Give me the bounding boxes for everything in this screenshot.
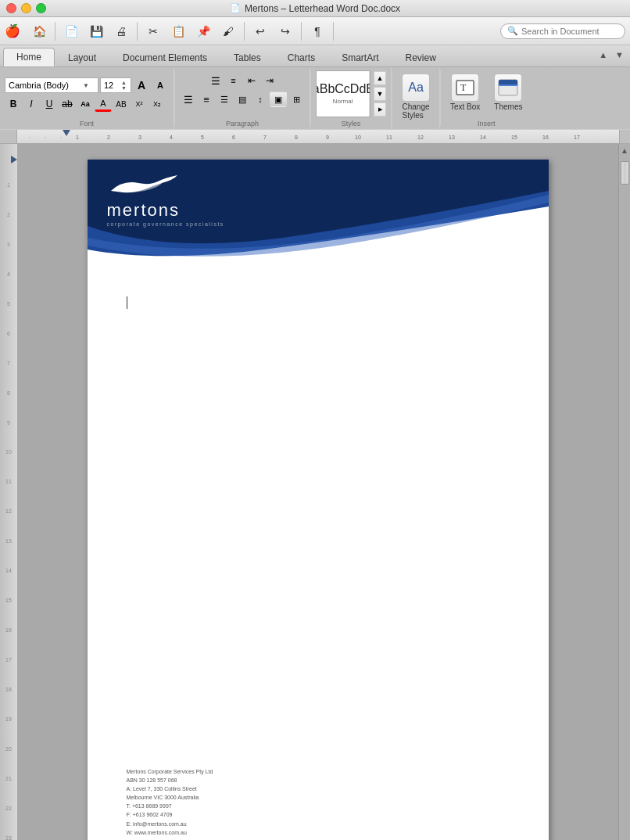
font-size-selector[interactable]: ▲ ▼ bbox=[100, 77, 131, 93]
window-controls[interactable] bbox=[6, 3, 46, 13]
tab-layout[interactable]: Layout bbox=[55, 48, 109, 66]
document-content[interactable] bbox=[88, 273, 549, 742]
align-left-btn[interactable]: ☰ bbox=[180, 92, 197, 107]
tab-bar-controls[interactable]: ▲ ▼ bbox=[596, 48, 627, 61]
italic-btn[interactable]: I bbox=[23, 96, 40, 112]
svg-text:·: · bbox=[60, 135, 62, 140]
save-btn[interactable]: 💾 bbox=[85, 20, 107, 42]
styles-preview-box[interactable]: AaBbCcDdEe Normal bbox=[316, 70, 370, 117]
tab-charts-label: Charts bbox=[288, 52, 315, 63]
tab-tables[interactable]: Tables bbox=[220, 48, 274, 66]
themes-icon bbox=[494, 74, 522, 102]
numbered-list-btn[interactable]: ≡ bbox=[225, 73, 242, 88]
cut-btn[interactable]: ✂ bbox=[142, 20, 164, 42]
highlight-btn[interactable]: AB bbox=[113, 96, 130, 112]
text-color-btn[interactable]: A bbox=[95, 96, 112, 112]
para-mark-btn[interactable]: ¶ bbox=[306, 20, 328, 42]
shading-btn[interactable]: ▣ bbox=[270, 92, 287, 107]
format-btn[interactable]: 🖌 bbox=[217, 20, 239, 42]
change-styles-btn[interactable]: Aa ChangeStyles bbox=[397, 72, 435, 121]
svg-text:10: 10 bbox=[5, 449, 12, 454]
home-btn[interactable]: 🏠 bbox=[28, 20, 50, 42]
tab-review[interactable]: Review bbox=[392, 48, 449, 66]
page-container[interactable]: mertons corporate governance specialists… bbox=[17, 144, 618, 840]
align-right-btn[interactable]: ☰ bbox=[216, 92, 233, 107]
tab-document-elements[interactable]: Document Elements bbox=[109, 48, 220, 66]
styles-scroll-up[interactable]: ▲ bbox=[374, 71, 386, 85]
font-size-input[interactable] bbox=[104, 81, 121, 90]
undo-btn[interactable]: ↩ bbox=[249, 20, 271, 42]
search-input[interactable] bbox=[521, 27, 618, 36]
minimize-button[interactable] bbox=[21, 3, 31, 13]
maximize-button[interactable] bbox=[36, 3, 46, 13]
ribbon-group-styles: AaBbCcDdEe Normal ▲ ▼ ▶ Styles bbox=[311, 67, 392, 129]
vertical-scrollbar[interactable]: ▲ ▼ bbox=[618, 144, 630, 840]
tab-document-elements-label: Document Elements bbox=[123, 52, 207, 63]
svg-text:17: 17 bbox=[5, 657, 12, 662]
strikethrough-btn[interactable]: ab bbox=[59, 96, 76, 112]
tab-charts[interactable]: Charts bbox=[274, 48, 328, 66]
paste-icon: 📌 bbox=[197, 25, 210, 38]
ribbon-group-font: ▼ ▲ ▼ A A B I bbox=[0, 67, 174, 129]
borders-btn[interactable]: ⊞ bbox=[288, 92, 305, 107]
styles-scroll-down[interactable]: ▼ bbox=[374, 87, 386, 101]
redo-btn[interactable]: ↪ bbox=[274, 20, 296, 42]
tab-smartart-label: SmartArt bbox=[342, 52, 378, 63]
outdent-btn[interactable]: ⇤ bbox=[243, 73, 260, 88]
subscript-btn[interactable]: X₂ bbox=[149, 96, 166, 112]
indent-btn[interactable]: ⇥ bbox=[261, 73, 278, 88]
svg-text:10: 10 bbox=[355, 135, 361, 140]
align-center-btn[interactable]: ≡ bbox=[198, 92, 215, 107]
svg-text:12: 12 bbox=[5, 508, 12, 514]
style-normal[interactable]: AaBbCcDdEe Normal bbox=[317, 71, 370, 117]
scroll-thumb[interactable] bbox=[621, 161, 629, 185]
paragraph-group-label: Paragraph bbox=[226, 118, 259, 127]
ribbon-expand-btn[interactable]: ▼ bbox=[612, 48, 627, 61]
para-row-2: ☰ ≡ ☰ ▤ ↕ ▣ ⊞ bbox=[180, 92, 305, 107]
svg-text:8: 8 bbox=[295, 135, 298, 140]
text-case-btn[interactable]: Aa bbox=[77, 96, 94, 112]
new-doc-icon: 📄 bbox=[65, 25, 78, 38]
font-name-input[interactable] bbox=[9, 81, 83, 90]
styles-scroll-controls[interactable]: ▲ ▼ ▶ bbox=[374, 71, 386, 117]
horizontal-ruler: · · · 1 2 3 4 5 6 7 8 9 10 11 12 13 14 1… bbox=[0, 130, 630, 144]
text-box-btn[interactable]: T Text Box bbox=[446, 72, 485, 113]
themes-label: Themes bbox=[494, 102, 522, 111]
themes-btn[interactable]: Themes bbox=[489, 72, 527, 113]
separator-2 bbox=[137, 22, 138, 41]
close-button[interactable] bbox=[6, 3, 16, 13]
font-name-dropdown-icon[interactable]: ▼ bbox=[83, 82, 89, 89]
paste-btn[interactable]: 📌 bbox=[192, 20, 214, 42]
ribbon-collapse-btn[interactable]: ▲ bbox=[596, 48, 610, 61]
styles-expand[interactable]: ▶ bbox=[374, 102, 386, 117]
increase-font-btn[interactable]: A bbox=[133, 77, 150, 93]
copy-btn[interactable]: 📋 bbox=[167, 20, 189, 42]
scroll-up-arrow[interactable]: ▲ bbox=[621, 144, 628, 157]
footer-line-4: Melbourne VIC 3000 Australia bbox=[127, 793, 213, 802]
underline-btn[interactable]: U bbox=[41, 96, 58, 112]
bold-btn[interactable]: B bbox=[5, 96, 22, 112]
format-icon: 🖌 bbox=[223, 25, 234, 38]
styles-group-label: Styles bbox=[342, 118, 361, 127]
search-bar[interactable]: 🔍 bbox=[500, 23, 625, 39]
superscript-btn[interactable]: X² bbox=[131, 96, 148, 112]
bullet-list-btn[interactable]: ☰ bbox=[207, 73, 224, 88]
home-icon: 🏠 bbox=[33, 25, 46, 38]
change-styles-label: ChangeStyles bbox=[402, 102, 429, 120]
apple-menu[interactable]: 🍎 bbox=[5, 23, 20, 38]
svg-text:13: 13 bbox=[5, 538, 12, 544]
svg-text:15: 15 bbox=[511, 135, 517, 140]
svg-text:11: 11 bbox=[5, 479, 12, 484]
decrease-font-btn[interactable]: A bbox=[152, 77, 169, 93]
font-name-selector[interactable]: ▼ bbox=[5, 77, 98, 93]
tab-smartart[interactable]: SmartArt bbox=[328, 48, 392, 66]
font-size-up-icon[interactable]: ▲ bbox=[121, 80, 127, 85]
tab-home[interactable]: Home bbox=[3, 48, 55, 66]
line-spacing-btn[interactable]: ↕ bbox=[252, 92, 269, 107]
new-doc-btn[interactable]: 📄 bbox=[60, 20, 82, 42]
font-size-down-icon[interactable]: ▼ bbox=[121, 85, 127, 91]
window-title: Mertons – Letterhead Word Doc.docx bbox=[245, 3, 400, 14]
justify-btn[interactable]: ▤ bbox=[234, 92, 251, 107]
svg-text:8: 8 bbox=[7, 390, 10, 396]
print-btn[interactable]: 🖨 bbox=[110, 20, 132, 42]
